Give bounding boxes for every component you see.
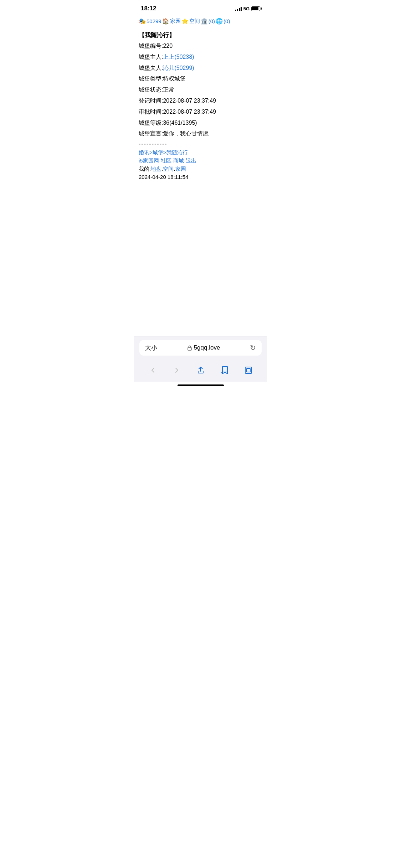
refresh-button[interactable]: ↻ [250,343,256,352]
domain-text[interactable]: 5gqq.love [194,344,220,351]
castle-status: 城堡状态:正常 [139,84,262,95]
home-indicator [134,382,267,388]
my-link-1[interactable]: 地盘 [151,166,161,172]
castle-info-block: 【我随沁行】 城堡编号:220 城堡主人:上上(50238) 城堡夫人:沁儿(5… [139,27,262,182]
reg-time: 登记时间:2022-08-07 23:37:49 [139,95,262,107]
svg-rect-1 [245,367,252,373]
battery-icon [251,6,260,11]
back-button[interactable] [146,364,159,377]
forward-button[interactable] [170,364,183,377]
bookmarks-button[interactable] [218,364,231,377]
share-button[interactable] [194,364,207,377]
castle-lady-link[interactable]: 沁儿(50299) [163,65,194,71]
home-bar [178,384,224,386]
main-content: 🎭 50299 🏠 家园 ⭐ 空间 🏛️ (0) 🌐 (0) 【我随沁行】 城堡… [134,14,267,186]
castle-master-link[interactable]: 上上(50238) [163,54,194,60]
my-links-line: 我的:地盘.空间.家园 [139,165,262,173]
site-links-line: i5家园网-社区-商城-退出 [139,157,262,165]
size-text[interactable]: 大小 [145,344,157,352]
breadcrumb[interactable]: 婚讯>城堡>我随沁行 [139,149,262,157]
signal-icon [235,6,242,11]
top-nav-bar: 🎭 50299 🏠 家园 ⭐ 空间 🏛️ (0) 🌐 (0) [139,16,262,27]
url-bar[interactable]: 大小 5gqq.love ↻ [139,340,262,356]
my-link-3[interactable]: 家园 [175,166,186,172]
lock-icon [187,345,192,351]
page-title: 【我随沁行】 [139,29,262,41]
site-links[interactable]: i5家园网-社区-商城-退出 [139,157,196,164]
castle-master-line: 城堡主人:上上(50238) [139,52,262,63]
castle-master-label: 城堡主人: [139,54,163,60]
status-right: 5G [235,6,260,11]
globe-emoji: 🌐 [216,18,223,25]
castle-type: 城堡类型:特权城堡 [139,73,262,84]
home-link[interactable]: 家园 [170,18,181,25]
castle-emoji: 🏛️ [201,18,208,25]
divider: ----------- [139,139,262,149]
my-link-2[interactable]: 空间 [163,166,174,172]
browser-bar: 大小 5gqq.love ↻ [134,336,267,360]
svg-rect-2 [247,368,250,372]
castle-level: 城堡等级:36(461/1395) [139,118,262,129]
page-spacer [134,186,267,336]
star-emoji: ⭐ [181,18,189,25]
tabs-button[interactable] [242,364,255,377]
user-emoji: 🎭 [139,18,146,25]
approve-time: 审批时间:2022-08-07 23:37:49 [139,107,262,118]
my-label: 我的: [139,166,151,172]
network-type: 5G [243,6,250,11]
item2-count-link[interactable]: (0) [223,18,230,24]
url-center: 5gqq.love [187,344,220,351]
user-number-link[interactable]: 50299 [146,18,161,24]
status-time: 18:12 [141,5,156,12]
item1-count-link[interactable]: (0) [209,18,215,24]
space-link[interactable]: 空间 [189,18,200,25]
svg-rect-0 [188,347,191,350]
castle-lady-label: 城堡夫人: [139,65,163,71]
breadcrumb-link[interactable]: 婚讯>城堡>我随沁行 [139,149,188,155]
castle-slogan: 城堡宣言:爱你，我心甘情愿 [139,128,262,139]
castle-lady-line: 城堡夫人:沁儿(50299) [139,63,262,74]
bottom-nav [134,360,267,382]
house-emoji: 🏠 [162,18,169,25]
page-timestamp: 2024-04-20 18:11:54 [139,173,262,181]
castle-number: 城堡编号:220 [139,41,262,52]
status-bar: 18:12 5G [134,0,267,14]
